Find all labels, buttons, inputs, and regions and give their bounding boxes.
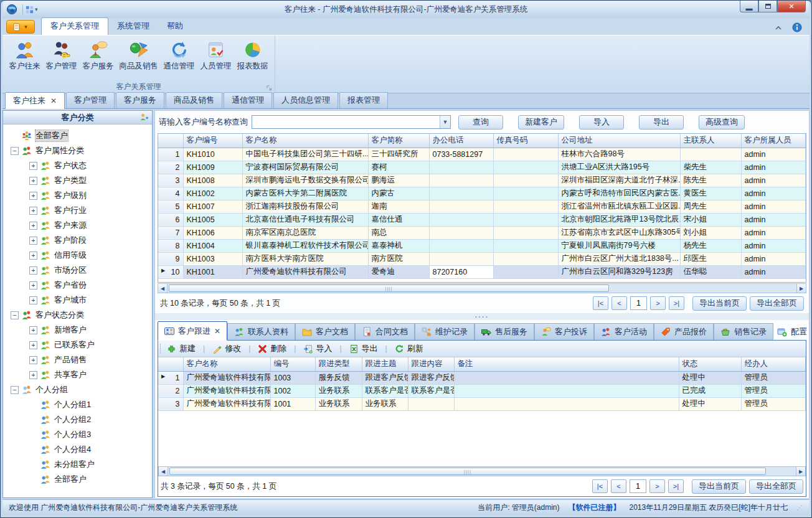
expander-plus-icon[interactable]: + (29, 162, 37, 170)
detail-tab-customer-docs[interactable]: 客户文档 (295, 323, 355, 340)
column-header[interactable]: 状态 (679, 357, 741, 371)
detail-tab-after-sales[interactable]: 售后服务 (474, 323, 534, 340)
horizontal-scrollbar[interactable]: ◀ |||| ▶ (158, 283, 806, 293)
tree-item[interactable]: 个人分组2 (3, 412, 152, 427)
column-header[interactable]: 客户名称 (183, 357, 270, 371)
followup-page-number-input[interactable] (630, 479, 646, 493)
ribbon-button-comm-mgmt[interactable]: 通信管理 (161, 38, 197, 73)
detail-tab-quotes[interactable]: 产品报价 (654, 323, 714, 340)
ribbon-button-customer-service[interactable]: 客户服务 (80, 38, 116, 73)
column-header[interactable]: 主联系人 (680, 134, 741, 148)
detail-tab-followup[interactable]: 客户跟进✕ (158, 321, 227, 341)
followup-prev-page-button[interactable]: < (611, 479, 626, 493)
horizontal-scrollbar[interactable]: ◀ |||| ▶ (158, 466, 806, 476)
edit-button[interactable]: 修改 (210, 342, 243, 356)
expander-minus-icon[interactable]: − (11, 311, 19, 319)
tree-item[interactable]: −客户属性分类 (3, 143, 152, 158)
tree-item[interactable]: 个人分组1 (3, 397, 152, 412)
expander-plus-icon[interactable]: + (29, 192, 37, 200)
tree-item[interactable]: +客户行业 (3, 203, 152, 218)
ribbon-tab-crm[interactable]: 客户关系管理 (41, 17, 108, 35)
tree-item[interactable]: +新增客户 (3, 323, 152, 337)
customer-row[interactable]: 2KH1009宁波赛柯国际贸易有限公司赛柯洪塘工业A区洪大路195号柴先生adm… (158, 161, 806, 174)
expander-plus-icon[interactable]: + (29, 266, 37, 275)
customer-row[interactable]: 8KH1004银川嘉泰神机工程软件技术有限公司嘉泰神机宁夏银川凤凰南街79号六楼… (158, 239, 806, 252)
ribbon-button-customer-dealings[interactable]: 客户往来 (6, 38, 43, 73)
scrollbar-thumb[interactable]: |||| (169, 285, 609, 292)
tree-item[interactable]: 个人分组4 (3, 442, 152, 457)
tree-item[interactable]: +客户类型 (3, 173, 152, 188)
detail-tab-contract-docs[interactable]: 合同文档 (355, 323, 415, 340)
customer-search-combobox[interactable]: ▼ (252, 115, 451, 129)
column-header[interactable]: 编号 (270, 357, 315, 371)
query-button[interactable]: 查询 (458, 115, 503, 130)
tree-item[interactable]: +信用等级 (3, 248, 152, 263)
expander-minus-icon[interactable]: − (11, 386, 19, 394)
export-button[interactable]: 导出 (347, 342, 380, 356)
doc-tab-comm-mgmt[interactable]: 通信管理 (224, 92, 272, 108)
tree-item[interactable]: −个人分组 (3, 382, 152, 397)
detail-tab-config[interactable]: 配置 (773, 323, 811, 340)
expander-plus-icon[interactable]: + (29, 341, 37, 349)
expander-plus-icon[interactable]: + (29, 326, 37, 334)
column-header[interactable]: 跟进主题 (362, 357, 408, 371)
tree-item[interactable]: +客户状态 (3, 158, 152, 173)
followup-next-page-button[interactable]: > (649, 479, 665, 493)
minimize-button[interactable]: ▬ (740, 1, 758, 12)
column-header[interactable]: 经办人 (741, 357, 806, 371)
followup-first-page-button[interactable]: |< (592, 479, 608, 493)
doc-tab-customer-service[interactable]: 客户服务 (116, 92, 164, 108)
tree-item[interactable]: +产品销售 (3, 352, 152, 367)
tree-item[interactable]: −客户状态分类 (3, 308, 152, 323)
new-button[interactable]: 新建 (164, 342, 198, 356)
combo-dropdown-button[interactable]: ▼ (440, 116, 450, 128)
expander-plus-icon[interactable]: + (29, 356, 37, 364)
expander-plus-icon[interactable]: + (29, 237, 37, 245)
import-button[interactable]: 导入 (579, 115, 624, 130)
maximize-button[interactable] (758, 1, 777, 12)
scroll-left-icon[interactable]: ◀ (159, 467, 168, 476)
expander-plus-icon[interactable]: + (29, 296, 37, 304)
ribbon-tab-system-mgmt[interactable]: 系统管理 (108, 18, 158, 35)
detail-tab-contacts[interactable]: 联系人资料 (227, 323, 295, 340)
customers-prev-page-button[interactable]: < (611, 296, 627, 310)
customer-row[interactable]: ▶10KH1001广州爱奇迪软件科技有限公司爱奇迪87207160广州市白云区同… (158, 265, 806, 278)
search-input[interactable] (252, 116, 440, 128)
detail-tab-sales-records[interactable]: 销售记录 (714, 323, 773, 340)
expander-plus-icon[interactable]: + (29, 222, 37, 230)
ribbon-button-customer-mgmt[interactable]: 客户管理 (43, 38, 80, 73)
app-menu-button[interactable]: ▼ (6, 20, 35, 34)
column-header[interactable]: 跟进内容 (408, 357, 454, 371)
ribbon-button-goods-sales[interactable]: 商品及销售 (116, 38, 161, 73)
tree-item[interactable]: +客户省份 (3, 278, 152, 293)
new-customer-button[interactable]: 新建客户 (518, 115, 564, 130)
tree-item[interactable]: +客户级别 (3, 188, 152, 203)
column-header[interactable]: 客户简称 (368, 134, 429, 148)
close-tab-icon[interactable]: ✕ (50, 97, 57, 105)
detail-tab-maintenance[interactable]: 维护记录 (415, 323, 474, 340)
customers-first-page-button[interactable]: |< (593, 296, 608, 310)
doc-tab-goods-sales[interactable]: 商品及销售 (166, 92, 222, 108)
help-icon[interactable] (792, 22, 802, 32)
followup-export-all-button[interactable]: 导出全部页 (749, 479, 803, 494)
scrollbar-track[interactable]: |||| (168, 284, 796, 293)
customers-export-all-button[interactable]: 导出全部页 (750, 296, 804, 311)
expander-plus-icon[interactable]: + (29, 252, 37, 260)
customers-page-number-input[interactable] (630, 296, 647, 310)
registered-link[interactable]: 【软件已注册】 (568, 502, 620, 513)
doc-tab-report-mgmt[interactable]: 报表管理 (339, 92, 388, 108)
scroll-right-icon[interactable]: ▶ (796, 467, 805, 476)
column-header[interactable]: 公司地址 (558, 134, 680, 148)
ribbon-button-report-data[interactable]: 报表数据 (234, 38, 271, 73)
followup-last-page-button[interactable]: >| (668, 479, 684, 493)
customers-next-page-button[interactable]: > (650, 296, 666, 310)
collapse-ribbon-icon[interactable] (775, 24, 782, 31)
tree-item[interactable]: +共享客户 (3, 367, 152, 382)
scroll-right-icon[interactable]: ▶ (796, 284, 806, 293)
close-tab-icon[interactable]: ✕ (214, 327, 220, 336)
scrollbar-track[interactable]: |||| (168, 467, 796, 476)
detail-tab-complaints[interactable]: 客户投诉 (534, 323, 594, 340)
dialog-launcher-icon[interactable] (267, 85, 272, 91)
doc-tab-personnel-info[interactable]: 人员信息管理 (273, 92, 338, 108)
column-header[interactable]: 跟进类型 (315, 357, 362, 371)
